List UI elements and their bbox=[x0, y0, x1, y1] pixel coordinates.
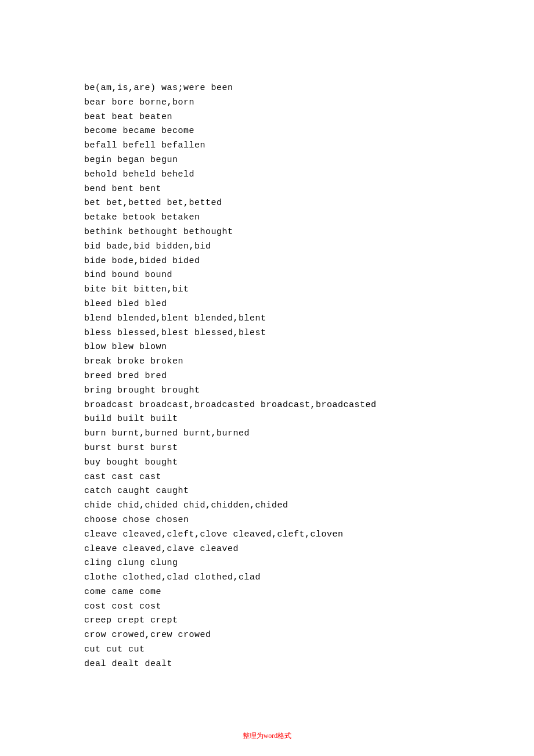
verb-line: burn burnt,burned burnt,burned bbox=[84, 427, 534, 441]
verb-line: choose chose chosen bbox=[84, 513, 534, 528]
verb-line: bear bore borne,born bbox=[84, 96, 534, 110]
verb-line: crow crowed,crew crowed bbox=[84, 628, 534, 643]
verb-line: cling clung clung bbox=[84, 556, 534, 571]
verb-line: catch caught caught bbox=[84, 484, 534, 499]
verb-line: cast cast cast bbox=[84, 470, 534, 485]
verb-line: breed bred bred bbox=[84, 369, 534, 384]
verb-line: bethink bethought bethought bbox=[84, 225, 534, 240]
verb-line: cut cut cut bbox=[84, 643, 534, 657]
document-page: be(am,is,are) was;were beenbear bore bor… bbox=[0, 0, 534, 756]
verb-list: be(am,is,are) was;were beenbear bore bor… bbox=[84, 81, 534, 672]
verb-line: befall befell befallen bbox=[84, 139, 534, 153]
footer-prefix: 整理为 bbox=[243, 732, 264, 740]
verb-line: bet bet,betted bet,betted bbox=[84, 196, 534, 211]
verb-line: break broke broken bbox=[84, 355, 534, 369]
verb-line: cleave cleaved,cleft,clove cleaved,cleft… bbox=[84, 528, 534, 542]
verb-line: begin began begun bbox=[84, 153, 534, 168]
verb-line: deal dealt dealt bbox=[84, 657, 534, 672]
verb-line: betake betook betaken bbox=[84, 211, 534, 225]
footer-word: word bbox=[264, 732, 278, 740]
verb-line: burst burst burst bbox=[84, 441, 534, 456]
verb-line: clothe clothed,clad clothed,clad bbox=[84, 571, 534, 585]
verb-line: cost cost cost bbox=[84, 600, 534, 614]
verb-line: bless blessed,blest blessed,blest bbox=[84, 326, 534, 341]
verb-line: bide bode,bided bided bbox=[84, 254, 534, 269]
verb-line: bite bit bitten,bit bbox=[84, 283, 534, 297]
verb-line: bleed bled bled bbox=[84, 297, 534, 312]
verb-line: build built built bbox=[84, 412, 534, 427]
verb-line: bend bent bent bbox=[84, 182, 534, 197]
verb-line: come came come bbox=[84, 585, 534, 600]
verb-line: creep crept crept bbox=[84, 614, 534, 628]
verb-line: be(am,is,are) was;were been bbox=[84, 81, 534, 96]
verb-line: beat beat beaten bbox=[84, 110, 534, 125]
verb-line: broadcast broadcast,broadcasted broadcas… bbox=[84, 398, 534, 413]
verb-line: cleave cleaved,clave cleaved bbox=[84, 542, 534, 557]
verb-line: blow blew blown bbox=[84, 340, 534, 355]
footer-note: 整理为word格式 bbox=[0, 731, 534, 741]
verb-line: chide chid,chided chid,chidden,chided bbox=[84, 499, 534, 513]
verb-line: blend blended,blent blended,blent bbox=[84, 312, 534, 326]
verb-line: bind bound bound bbox=[84, 268, 534, 283]
verb-line: bring brought brought bbox=[84, 384, 534, 398]
footer-suffix: 格式 bbox=[277, 732, 291, 740]
verb-line: buy bought bought bbox=[84, 456, 534, 470]
verb-line: become became become bbox=[84, 124, 534, 139]
verb-line: behold beheld beheld bbox=[84, 168, 534, 182]
verb-line: bid bade,bid bidden,bid bbox=[84, 240, 534, 254]
